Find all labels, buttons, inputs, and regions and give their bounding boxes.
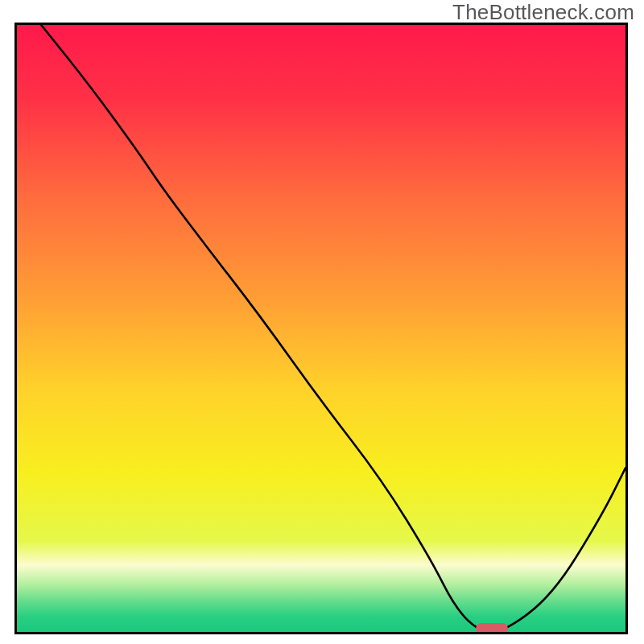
optimal-point-marker [476,623,508,634]
plot-area [14,23,628,634]
background-gradient [17,25,625,632]
chart-container: TheBottleneck.com [0,0,644,644]
watermark-text: TheBottleneck.com [452,0,634,25]
svg-rect-0 [17,25,625,632]
